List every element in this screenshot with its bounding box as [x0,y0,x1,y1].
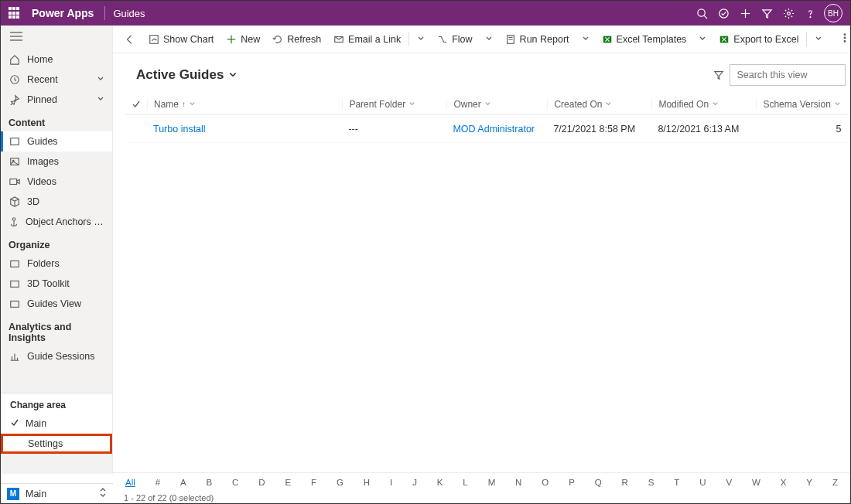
nav-videos[interactable]: Videos [1,172,112,192]
col-modified[interactable]: Modified On [651,99,756,110]
nav-recent[interactable]: Recent [1,70,112,90]
alpha-c[interactable]: C [229,476,241,489]
report-chevron[interactable] [577,34,594,45]
alpha-v[interactable]: V [723,476,735,489]
export-excel-button[interactable]: Export to Excel [714,31,803,48]
alpha-q[interactable]: Q [592,476,605,489]
data-grid: Name↑ Parent Folder Owner Created On Mod… [113,94,851,474]
nav-guide-sessions[interactable]: Guide Sessions [1,346,112,366]
flow-button[interactable]: Flow [432,31,477,48]
email-split-chevron[interactable] [412,34,429,45]
alpha-t[interactable]: T [671,476,682,489]
change-area-title: Change area [1,393,112,414]
global-header: Power Apps Guides BH [1,1,850,26]
alpha-r[interactable]: R [619,476,631,489]
nav-group-organize: Organize [1,232,112,254]
alpha-#[interactable]: # [152,476,163,489]
alpha-g[interactable]: G [333,476,347,489]
search-input[interactable] [737,70,851,80]
filter-button[interactable] [708,64,730,86]
filter-icon[interactable] [756,2,778,24]
alpha-a[interactable]: A [177,476,190,489]
show-chart-button[interactable]: Show Chart [144,31,218,48]
nav-label: Object Anchors (Prev... [26,216,104,227]
export-split-chevron[interactable] [810,34,827,45]
chevron-down-icon [97,94,104,105]
updown-icon [99,488,107,499]
grid-row[interactable]: Turbo install --- MOD Administrator 7/21… [125,115,851,143]
alpha-l[interactable]: L [460,476,470,489]
nav-images[interactable]: Images [1,152,112,172]
user-avatar[interactable]: BH [824,4,842,22]
alpha-w[interactable]: W [749,476,764,489]
chevron-down-icon [834,99,841,110]
col-name[interactable]: Name↑ [147,99,342,110]
col-created[interactable]: Created On [547,99,651,110]
svg-point-0 [697,9,704,15]
nav-object-anchors[interactable]: Object Anchors (Prev... [1,212,112,232]
area-switcher[interactable]: M Main [1,483,113,503]
view-title[interactable]: Active Guides [136,67,238,83]
svg-rect-17 [11,281,19,288]
owner-link[interactable]: MOD Administrator [453,124,535,135]
search-icon[interactable] [691,2,713,24]
more-commands-button[interactable] [833,29,851,49]
alpha-i[interactable]: I [387,476,395,489]
view-header: Active Guides [113,53,851,94]
help-icon[interactable] [799,2,821,24]
alpha-u[interactable]: U [696,476,709,489]
hamburger-icon[interactable] [1,26,112,49]
alpha-z[interactable]: Z [829,476,841,489]
templates-chevron[interactable] [694,34,711,45]
search-box[interactable] [730,64,846,86]
alpha-y[interactable]: Y [803,476,815,489]
alpha-o[interactable]: O [538,476,552,489]
guide-icon [9,136,21,147]
nav-guides-view[interactable]: Guides View [1,294,112,314]
alpha-j[interactable]: J [409,476,420,489]
alpha-s[interactable]: S [645,476,658,489]
select-all-checkbox[interactable] [125,100,147,109]
alpha-all[interactable]: All [122,476,138,489]
nav-pinned[interactable]: Pinned [1,90,112,110]
new-button[interactable]: New [221,31,265,48]
col-schema[interactable]: Schema Version [756,99,851,110]
alpha-k[interactable]: K [434,476,446,489]
nav-label: 3D [27,196,39,207]
alpha-e[interactable]: E [282,476,295,489]
col-owner[interactable]: Owner [446,99,547,110]
folder-icon [9,258,21,269]
task-icon[interactable] [713,2,734,24]
svg-rect-11 [11,138,19,145]
alpha-h[interactable]: H [361,476,373,489]
nav-3d-toolkit[interactable]: 3D Toolkit [1,274,112,294]
alpha-m[interactable]: M [485,476,499,489]
flow-chevron[interactable] [480,34,497,45]
run-report-button[interactable]: Run Report [501,31,574,48]
email-link-button[interactable]: Email a Link [329,31,405,48]
excel-templates-button[interactable]: Excel Templates [597,31,692,48]
alpha-n[interactable]: N [512,476,525,489]
nav-group-content: Content [1,110,112,131]
alpha-x[interactable]: X [778,476,790,489]
refresh-button[interactable]: Refresh [268,31,326,48]
alpha-p[interactable]: P [566,476,578,489]
alpha-d[interactable]: D [255,476,268,489]
area-settings[interactable]: Settings [1,434,112,454]
chart-icon [149,34,159,45]
app-launcher-icon[interactable] [9,7,21,19]
alpha-b[interactable]: B [203,476,216,489]
record-link[interactable]: Turbo install [153,124,206,135]
alpha-f[interactable]: F [308,476,320,489]
settings-icon[interactable] [778,2,799,24]
col-parent-folder[interactable]: Parent Folder [342,99,446,110]
add-icon[interactable] [734,2,756,24]
nav-guides[interactable]: Guides [1,131,112,152]
refresh-icon [272,34,283,45]
main-content: Show Chart New Refresh Email a Link Flow… [113,26,851,474]
back-button[interactable] [119,34,141,45]
area-main[interactable]: Main [1,414,112,434]
nav-home[interactable]: Home [1,49,112,70]
nav-folders[interactable]: Folders [1,254,112,274]
nav-3d[interactable]: 3D [1,192,112,212]
